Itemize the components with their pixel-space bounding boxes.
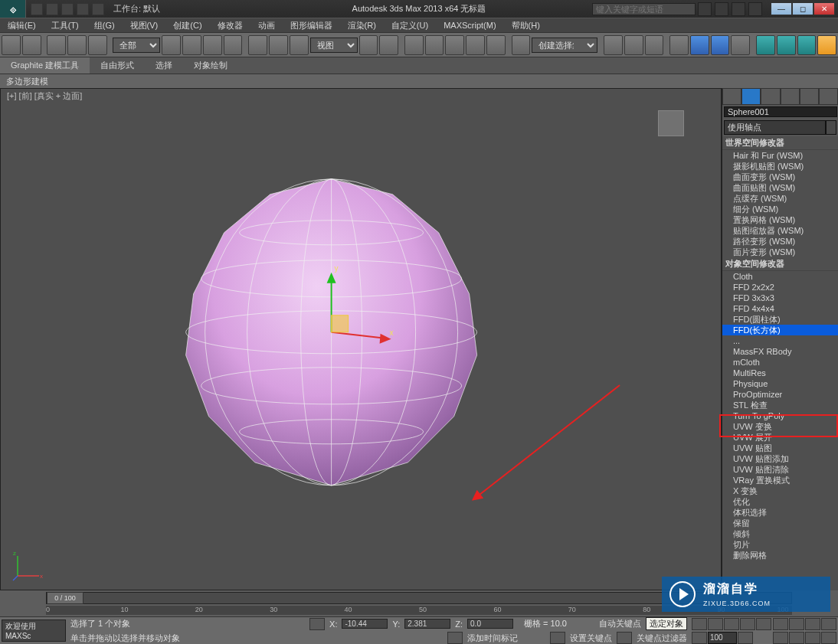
mod-item[interactable]: 曲面变形 (WSM) — [722, 172, 838, 182]
menu-maxscript[interactable]: MAXScript(M) — [436, 21, 503, 30]
mod-item[interactable]: VRay 置换模式 — [722, 475, 838, 485]
ribbon-tab-graphite[interactable]: Graphite 建模工具 — [0, 57, 90, 74]
mod-item[interactable]: Cloth — [722, 271, 838, 282]
mod-item[interactable]: 体积选择 — [722, 507, 838, 518]
mod-item[interactable]: 保留 — [722, 518, 838, 528]
edit-named-sel-button[interactable] — [512, 35, 531, 55]
utilities-tab-icon[interactable] — [819, 88, 838, 105]
modify-tab-icon[interactable] — [741, 88, 761, 105]
render-setup-button[interactable] — [756, 35, 775, 55]
mod-item[interactable]: X 变换 — [722, 485, 838, 496]
mod-item[interactable]: 优化 — [722, 496, 838, 507]
mod-item[interactable]: FFD 3x3x3 — [722, 293, 838, 303]
goto-start-button[interactable] — [692, 618, 707, 630]
snap-toggle-button[interactable] — [425, 35, 444, 55]
mod-item[interactable]: 删除网格 — [722, 550, 838, 561]
mod-item[interactable]: 面片变形 (WSM) — [722, 247, 838, 257]
select-rotate-button[interactable] — [269, 35, 288, 55]
goto-end-button[interactable] — [756, 618, 771, 630]
next-frame-button[interactable] — [740, 618, 755, 630]
menu-views[interactable]: 视图(V) — [123, 20, 166, 31]
coord-x-input[interactable] — [342, 619, 388, 629]
app-logo[interactable]: ⟐ — [0, 0, 26, 18]
ribbon-tab-objectpaint[interactable]: 对象绘制 — [183, 57, 238, 74]
infocenter-search-icon[interactable] — [698, 2, 712, 16]
mod-item[interactable]: FFD 4x4x4 — [722, 303, 838, 314]
bind-spacewarp-button[interactable] — [88, 35, 107, 55]
dropdown-arrow-icon[interactable] — [826, 120, 836, 135]
maximize-viewport-button[interactable] — [821, 632, 836, 644]
key-filters-button[interactable]: 关键点过滤器 — [637, 633, 687, 644]
menu-grapheditors[interactable]: 图形编辑器 — [283, 20, 340, 31]
menu-customize[interactable]: 自定义(U) — [384, 20, 436, 31]
key-mode-toggle[interactable] — [692, 632, 707, 644]
layer-manager-button[interactable] — [645, 35, 664, 55]
infocenter-star-icon[interactable] — [715, 2, 728, 16]
zoom-region-button[interactable] — [805, 632, 820, 644]
mod-item-ffd-box[interactable]: FFD(长方体) — [722, 325, 838, 335]
create-tab-icon[interactable] — [722, 88, 741, 105]
schematic-view-button[interactable] — [711, 35, 730, 55]
mod-item[interactable]: 贴图缩放器 (WSM) — [722, 225, 838, 236]
mod-item[interactable]: ... — [722, 335, 838, 346]
angle-snap-button[interactable] — [445, 35, 464, 55]
menu-help[interactable]: 帮助(H) — [504, 20, 548, 31]
setkey-icon[interactable] — [550, 632, 565, 644]
mod-item[interactable]: 切片 — [722, 539, 838, 550]
key-filters-icon[interactable] — [617, 632, 632, 644]
ref-coord-dropdown[interactable]: 视图 — [310, 38, 358, 53]
mod-item[interactable]: 摄影机贴图 (WSM) — [722, 161, 838, 172]
menu-tools[interactable]: 工具(T) — [44, 20, 87, 31]
select-move-button[interactable] — [248, 35, 267, 55]
mod-item[interactable]: 倾斜 — [722, 528, 838, 539]
zoom-all-button[interactable] — [821, 618, 836, 630]
menu-modifiers[interactable]: 修改器 — [210, 20, 250, 31]
mod-item[interactable]: MassFX RBody — [722, 346, 838, 357]
help-search-input[interactable] — [592, 3, 696, 15]
mod-item[interactable]: 曲面贴图 (WSM) — [722, 182, 838, 193]
autokey-button[interactable]: 自动关键点 — [599, 618, 641, 629]
pivot-center-button[interactable] — [359, 35, 378, 55]
curve-editor-button[interactable] — [690, 35, 709, 55]
fov-button[interactable] — [789, 632, 804, 644]
object-name-input[interactable] — [724, 106, 837, 117]
qat-save-icon[interactable] — [61, 3, 74, 15]
unlink-button[interactable] — [67, 35, 87, 55]
window-crossing-button[interactable] — [224, 35, 243, 55]
mod-item[interactable]: mCloth — [722, 357, 838, 368]
qat-new-icon[interactable] — [31, 3, 43, 15]
render-iterative-button[interactable] — [817, 35, 836, 55]
pan-view-button[interactable] — [773, 618, 788, 630]
viewcube[interactable] — [658, 110, 684, 136]
ribbon-panel-polymodel[interactable]: 多边形建模 — [0, 74, 838, 88]
mod-item[interactable]: UVW 贴图清除 — [722, 464, 838, 475]
setkey-button[interactable]: 设置关键点 — [570, 633, 612, 644]
manipulate-button[interactable] — [379, 35, 398, 55]
qat-open-icon[interactable] — [46, 3, 58, 15]
infocenter-subs-icon[interactable] — [732, 2, 745, 16]
redo-button[interactable] — [22, 35, 41, 55]
select-scale-button[interactable] — [290, 35, 309, 55]
ribbon-tab-selection[interactable]: 选择 — [145, 57, 183, 74]
zoom-button[interactable] — [773, 632, 788, 644]
mod-item[interactable]: Hair 和 Fur (WSM) — [722, 150, 838, 161]
lock-selection-icon[interactable] — [309, 618, 325, 630]
mod-item[interactable]: STL 检查 — [722, 400, 838, 410]
material-editor-button[interactable] — [731, 35, 750, 55]
menu-animation[interactable]: 动画 — [250, 20, 283, 31]
display-tab-icon[interactable] — [800, 88, 819, 105]
named-sel-set-dropdown[interactable]: 创建选择集 — [532, 38, 597, 53]
viewport[interactable]: [+] [前] [真实 + 边面] — [0, 88, 722, 590]
align-button[interactable] — [624, 35, 643, 55]
mod-item[interactable]: 路径变形 (WSM) — [722, 236, 838, 247]
rendered-frame-button[interactable] — [777, 35, 796, 55]
mod-item[interactable]: 细分 (WSM) — [722, 204, 838, 214]
workspace-selector[interactable]: 工作台: 默认 — [113, 3, 160, 15]
time-slider-thumb[interactable]: 0 / 100 — [47, 592, 83, 604]
hierarchy-tab-icon[interactable] — [761, 88, 780, 105]
mod-item[interactable]: MultiRes — [722, 368, 838, 378]
select-object-button[interactable] — [162, 35, 181, 55]
mod-item[interactable]: FFD(圆柱体) — [722, 314, 838, 325]
timetag-icon[interactable] — [447, 632, 463, 644]
current-frame-input[interactable] — [708, 632, 737, 644]
